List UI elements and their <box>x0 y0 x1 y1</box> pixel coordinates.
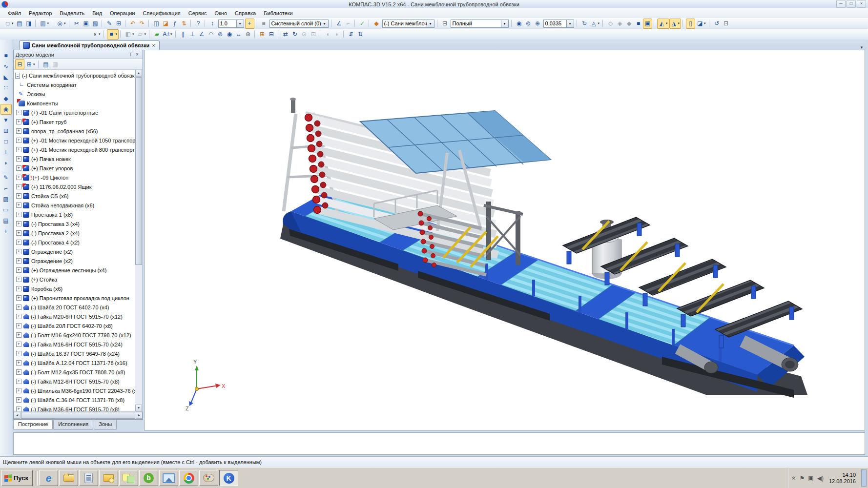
mate-angle-button[interactable]: ∠ <box>197 29 207 40</box>
chrome-app[interactable] <box>179 470 198 486</box>
line-style-button[interactable]: ↕ <box>208 19 217 29</box>
pin-icon[interactable]: ⊤ <box>127 52 134 57</box>
tree-item[interactable]: (-) Сани межблочной трубопроводной обвяз… <box>14 71 135 80</box>
action-center-flag-icon[interactable]: ⚑ <box>800 475 805 482</box>
kompas-3d-app[interactable]: K <box>219 470 238 486</box>
menu-item[interactable]: Вид <box>88 9 106 17</box>
tree-item[interactable]: + (-) Шайба А.12.04 ГОСТ 11371-78 (x16) <box>14 358 135 367</box>
tree-item[interactable]: + (+) -01 Мостик переходной 1050 транспо… <box>14 136 135 145</box>
menu-item[interactable]: Сервис <box>185 9 211 17</box>
mode-tab[interactable]: Зоны <box>94 420 117 430</box>
snap-button[interactable]: + <box>245 19 254 29</box>
component-combo[interactable]: (-) Сани межблочно ▾ <box>381 19 435 29</box>
add-component-from-file-button[interactable]: ⊟ <box>267 29 276 40</box>
tree-expander[interactable]: + <box>16 165 21 171</box>
move-component-button[interactable]: ⇄ <box>281 29 290 40</box>
relations-button[interactable]: ⇅ <box>356 29 365 40</box>
perspective-button[interactable]: ⊡ <box>722 19 731 29</box>
tree-item[interactable]: + (-) Болт М12-6gх35 ГОСТ 7808-70 (x8) <box>14 367 135 377</box>
tree-item[interactable]: + (-) Проставка 2 (x4) <box>14 228 135 238</box>
tree-expander[interactable]: + <box>16 203 21 208</box>
cut-button[interactable]: ✂ <box>72 19 82 29</box>
points-tool[interactable]: ∷ <box>0 82 12 93</box>
tree-item[interactable]: + опора_тр_собранная (x56) <box>14 126 135 136</box>
tree-expander[interactable]: + <box>16 407 21 411</box>
add-component-button[interactable]: ⊞ <box>258 29 267 40</box>
minimize-button[interactable]: ─ <box>836 0 846 8</box>
edit-component-button[interactable]: ◆ <box>372 19 381 29</box>
solid-modeling-button[interactable]: ■ ▾ <box>107 29 119 40</box>
clearance-check-button[interactable]: ◗ <box>332 29 342 40</box>
refresh-view-button[interactable]: ↻ <box>580 19 589 29</box>
chamfer-tool[interactable]: ◣ <box>0 72 12 82</box>
start-button[interactable]: Пуск <box>1 470 33 486</box>
tree-expander[interactable]: + <box>16 193 21 199</box>
array-button[interactable]: A± ▾ <box>162 29 174 40</box>
tree-expander[interactable]: + <box>16 249 21 254</box>
rebuild-button[interactable]: ✓ <box>358 19 367 29</box>
tree-expander[interactable]: + <box>16 295 21 301</box>
report-tool[interactable]: ▤ <box>0 215 12 226</box>
tree-item[interactable]: + (-) Шайба С.36.04 ГОСТ 11371-78 (x8) <box>14 395 135 405</box>
tree-expander[interactable]: + <box>16 258 21 264</box>
filter-button[interactable]: ◑ ▾ <box>90 29 102 40</box>
tree-expander[interactable]: + <box>16 332 21 338</box>
variables-window-button[interactable]: ◫ <box>152 19 161 29</box>
context-help-button[interactable]: ? <box>194 19 203 29</box>
scroll-left-icon[interactable]: ◄ <box>14 412 21 419</box>
tree-expander[interactable]: + <box>16 147 21 152</box>
document-tab-close-icon[interactable]: × <box>151 42 155 48</box>
calculator-tool[interactable]: ⊞ <box>0 125 12 136</box>
tree-item[interactable]: Компоненты <box>14 99 135 108</box>
detail-level-combo[interactable]: Полный ▾ <box>450 19 510 29</box>
sort-button[interactable]: ⇅ <box>180 19 189 29</box>
hidden-lines-button[interactable]: ◆ <box>624 19 634 29</box>
hide-objects-button[interactable]: ◭ ▾ <box>657 19 669 29</box>
zoom-pointer-button[interactable]: ⊚ <box>524 19 533 29</box>
zoom-area-button[interactable]: ◉ <box>515 19 524 29</box>
tree-expander[interactable]: + <box>16 110 21 115</box>
fix-component-button[interactable]: ⊙ <box>300 29 309 40</box>
tree-item[interactable]: Эскизы <box>14 89 135 99</box>
tree-expander[interactable]: + <box>16 138 21 143</box>
mate-coaxial-button[interactable]: ⊚ <box>216 29 225 40</box>
spreadsheet-button[interactable]: ⊞ <box>114 19 124 29</box>
expression-button[interactable]: ƒ <box>170 19 180 29</box>
tree-item[interactable]: + (-) Проставка 3 (x4) <box>14 219 135 228</box>
tree-item[interactable]: + (+) -01 Сани транспортные <box>14 108 135 117</box>
tab-overflow-button[interactable]: ▾ <box>858 45 866 50</box>
tree-item[interactable]: + (-) Гайка М36-6Н ГОСТ 5915-70 (x8) <box>14 405 135 411</box>
tree-item[interactable]: + (+) Ограждение лестницы (x4) <box>14 265 135 275</box>
tree-item[interactable]: + (-) Шайба 20 ГОСТ 6402-70 (x4) <box>14 303 135 312</box>
tree-expander[interactable]: + <box>16 221 21 226</box>
calculator-app[interactable] <box>79 470 98 486</box>
tree-item[interactable]: + (+) -01 Мостик переходной 800 транспор… <box>14 145 135 154</box>
direct-editing-button[interactable]: ▱ ▾ <box>136 29 148 40</box>
taskbar-clock[interactable]: 14:10 12.08.2016 <box>829 472 856 485</box>
surface-modeling-button[interactable]: ◧ ▾ <box>124 29 136 40</box>
component-properties-button[interactable]: ⊡ <box>309 29 318 40</box>
variables-button[interactable]: ◪ <box>161 19 170 29</box>
reorder-button[interactable]: ⇵ <box>347 29 356 40</box>
image-viewer-app[interactable] <box>159 470 178 486</box>
wireframe-button[interactable]: ◇ <box>606 19 615 29</box>
create-part-button[interactable]: ▰ <box>152 29 162 40</box>
hide-components-button[interactable]: ◮ ▾ <box>669 19 682 29</box>
tray-chevron-icon[interactable]: « <box>790 476 798 480</box>
frame-tool[interactable]: □ <box>0 136 12 147</box>
undo-button[interactable]: ↶ <box>128 19 138 29</box>
tree-item[interactable]: + (+) 1176.06.02.000 Ящик <box>14 182 135 191</box>
tree-item[interactable]: Системы координат <box>14 80 135 89</box>
tree-item[interactable]: + ! (+) -09 Циклон <box>14 173 135 182</box>
tree-item[interactable]: + (-) Шпилька М36-6gх190 ГОСТ 22043-76 (… <box>14 386 135 395</box>
mate-perpendicular-button[interactable]: ⊥ <box>188 29 197 40</box>
new-document-button[interactable]: □ ▾ <box>3 19 15 29</box>
outlook-app[interactable] <box>99 470 118 486</box>
volume-icon[interactable]: ◀) <box>817 475 824 482</box>
tree-expander[interactable]: + <box>16 360 21 366</box>
mode-tab[interactable]: Исполнения <box>53 420 93 430</box>
move-tool[interactable]: + <box>0 226 12 237</box>
tree-item[interactable]: + Стойка СБ (x6) <box>14 191 135 201</box>
tree-relations-button[interactable]: ▤ <box>41 59 51 69</box>
green-b-app[interactable]: b <box>139 470 158 486</box>
